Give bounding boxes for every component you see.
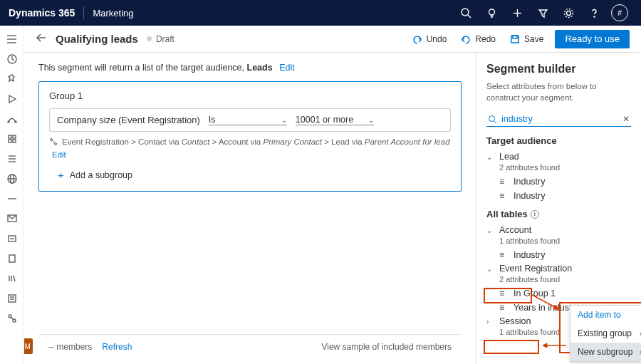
svg-point-50 <box>489 115 495 121</box>
ready-to-use-button[interactable]: Ready to use <box>555 30 630 48</box>
page-icon[interactable] <box>0 249 24 268</box>
chevron-right-icon: › <box>486 318 495 326</box>
hamburger-icon[interactable] <box>0 30 24 48</box>
attribute-search[interactable]: ✕ <box>486 112 631 127</box>
help-icon[interactable] <box>581 0 607 26</box>
filter-icon[interactable] <box>530 0 556 26</box>
svg-line-49 <box>52 140 55 143</box>
form-icon[interactable] <box>0 289 24 308</box>
svg-point-42 <box>13 319 16 322</box>
svg-point-0 <box>462 9 469 16</box>
page-title: Qualifying leads <box>56 33 138 45</box>
svg-point-9 <box>564 9 573 17</box>
value-select[interactable]: 10001 or more⌄ <box>296 115 374 125</box>
tree-node-event-registration[interactable]: ⌄Event Registration <box>486 262 631 275</box>
chevron-down-icon: ⌄ <box>486 265 495 273</box>
flyout-header: Add item to <box>570 306 641 324</box>
svg-rect-22 <box>9 140 11 142</box>
attr-count: 2 attributes found <box>486 275 631 284</box>
list-item-icon: ≡ <box>499 303 509 313</box>
svg-marker-55 <box>543 343 547 348</box>
library-icon[interactable] <box>0 269 24 288</box>
app-name: Marketing <box>93 8 133 19</box>
tree-item-industry[interactable]: ≡Industry <box>486 189 631 203</box>
segments-icon[interactable] <box>0 130 24 148</box>
annotation-arrow <box>539 342 568 349</box>
svg-point-10 <box>593 16 594 16</box>
svg-line-1 <box>468 15 471 18</box>
left-nav-rail <box>0 26 24 364</box>
svg-rect-23 <box>13 140 16 142</box>
play-icon[interactable] <box>0 90 24 108</box>
group-title: Group 1 <box>49 90 451 101</box>
mail-icon[interactable] <box>0 209 24 228</box>
divider-icon <box>0 189 24 208</box>
user-badge: RM <box>24 338 33 354</box>
segment-builder-panel: Segment builder Select attributes from b… <box>476 53 641 364</box>
search-input[interactable] <box>501 114 618 124</box>
save-button[interactable]: Save <box>503 34 551 44</box>
svg-marker-53 <box>553 305 559 309</box>
svg-line-43 <box>11 318 13 320</box>
redo-button[interactable]: Redo <box>454 34 503 44</box>
segment-canvas: This segment will return a list of the t… <box>24 53 476 364</box>
clear-search-icon[interactable]: ✕ <box>622 114 630 124</box>
info-icon[interactable]: i <box>531 210 539 219</box>
add-item-flyout: Add item to Existing group› New subgroup… <box>570 305 641 362</box>
connector-icon[interactable] <box>0 309 24 328</box>
gear-icon[interactable] <box>556 0 581 26</box>
svg-rect-46 <box>513 36 517 38</box>
analytics-icon[interactable] <box>0 229 24 248</box>
attr-count: 2 attributes found <box>486 163 631 172</box>
attr-count: 1 attributes found <box>486 236 631 245</box>
condition-attribute: Company size (Event Registration) <box>57 115 200 125</box>
builder-hint: Select attributes from below to construc… <box>486 81 631 103</box>
recent-icon[interactable] <box>0 50 24 68</box>
journey-icon[interactable] <box>0 110 24 128</box>
svg-line-37 <box>14 276 15 281</box>
svg-rect-20 <box>9 135 11 138</box>
annotation-box <box>484 340 539 354</box>
global-header: Dynamics 365 Marketing # <box>0 0 641 26</box>
flyout-existing-group[interactable]: Existing group› <box>570 324 641 343</box>
member-count: -- members <box>48 342 92 352</box>
list-item-icon: ≡ <box>499 177 509 187</box>
edit-path-link[interactable]: Edit <box>52 150 66 159</box>
chevron-down-icon: ⌄ <box>368 116 374 124</box>
lightbulb-icon[interactable] <box>479 0 504 26</box>
svg-rect-38 <box>9 295 16 302</box>
flyout-new-subgroup[interactable]: New subgroup› <box>570 343 641 361</box>
add-subgroup-button[interactable]: + Add a subgroup <box>49 169 451 181</box>
svg-point-8 <box>566 11 570 15</box>
back-button[interactable] <box>36 33 47 45</box>
tree-node-lead[interactable]: ⌄Lead <box>486 150 631 163</box>
svg-line-51 <box>494 121 496 123</box>
pin-icon[interactable] <box>0 70 24 88</box>
condition-row: Company size (Event Registration) Is⌄ 10… <box>49 108 451 132</box>
search-icon <box>488 115 497 124</box>
relationship-path: Event Registration > Contact via Contact… <box>49 137 451 159</box>
tree-node-account[interactable]: ⌄Account <box>486 224 631 236</box>
view-sample-link[interactable]: View sample of included members <box>321 342 452 352</box>
edit-audience-link[interactable]: Edit <box>279 63 295 73</box>
tree-item-industry-account[interactable]: ≡Industry <box>486 248 631 262</box>
list-item-icon: ≡ <box>499 288 509 298</box>
group-card: Group 1 Company size (Event Registration… <box>38 81 462 192</box>
globe-icon[interactable] <box>0 170 24 188</box>
all-tables-section: All tablesi <box>486 209 631 219</box>
list-icon[interactable] <box>0 150 24 168</box>
annotation-arrow <box>532 295 568 316</box>
operator-select[interactable]: Is⌄ <box>209 115 287 125</box>
user-avatar[interactable]: # <box>607 0 632 26</box>
undo-button[interactable]: Undo <box>405 34 454 44</box>
add-icon[interactable] <box>504 0 530 26</box>
svg-rect-34 <box>9 255 15 262</box>
svg-marker-7 <box>539 10 547 17</box>
chevron-down-icon: ⌄ <box>281 116 287 124</box>
tree-item-industry[interactable]: ≡Industry <box>486 175 631 189</box>
header-divider <box>83 6 84 19</box>
refresh-link[interactable]: Refresh <box>102 342 132 352</box>
chevron-down-icon: ⌄ <box>486 227 495 234</box>
canvas-footer: RM -- members Refresh View sample of inc… <box>38 334 462 358</box>
search-icon[interactable] <box>453 0 479 26</box>
